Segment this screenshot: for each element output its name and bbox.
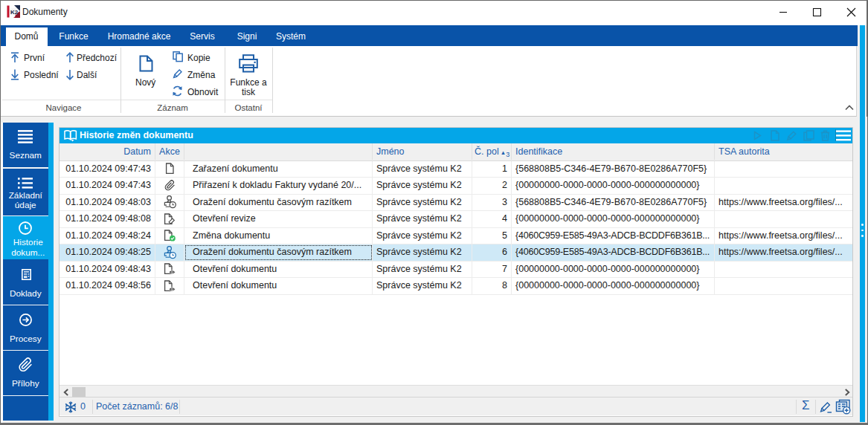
svg-text:K2: K2 [10, 9, 19, 16]
